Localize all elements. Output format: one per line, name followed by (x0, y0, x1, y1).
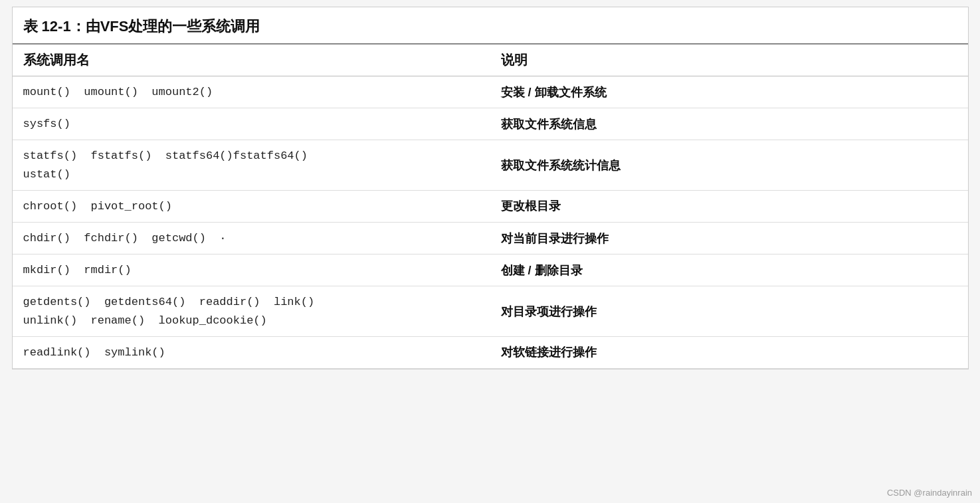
cell-left-chroot: chroot() pivot_root() (13, 191, 490, 223)
cell-left-mount: mount() umount() umount2() (13, 76, 490, 108)
cell-right-mkdir: 创建 / 删除目录 (490, 254, 968, 286)
cell-right-readlink: 对软链接进行操作 (490, 337, 968, 369)
cell-right-getdents: 对目录项进行操作 (490, 286, 968, 336)
table-title: 表 12-1：由VFS处理的一些系统调用 (13, 7, 968, 45)
cell-right-chroot: 更改根目录 (490, 191, 968, 223)
cell-left-readlink: readlink() symlink() (13, 337, 490, 369)
cell-right-mount: 安装 / 卸载文件系统 (490, 76, 968, 108)
cell-left-chdir: chdir() fchdir() getcwd() · (13, 223, 490, 254)
cell-right-statfs: 获取文件系统统计信息 (490, 140, 968, 190)
col-header-left: 系统调用名 (13, 45, 490, 76)
cell-right-sysfs: 获取文件系统信息 (490, 108, 968, 140)
cell-left-mkdir: mkdir() rmdir() (13, 254, 490, 286)
table-wrapper: 表 12-1：由VFS处理的一些系统调用 系统调用名 说明 mount() um… (12, 7, 969, 369)
table-grid: 系统调用名 说明 mount() umount() umount2() 安装 /… (13, 45, 968, 369)
cell-right-chdir: 对当前目录进行操作 (490, 223, 968, 254)
col-header-right: 说明 (490, 45, 968, 76)
watermark: CSDN @raindayinrain (887, 488, 972, 498)
cell-left-getdents: getdents() getdents64() readdir() link()… (13, 286, 490, 336)
cell-left-sysfs: sysfs() (13, 108, 490, 140)
page-container: 表 12-1：由VFS处理的一些系统调用 系统调用名 说明 mount() um… (0, 0, 980, 503)
cell-left-statfs: statfs() fstatfs() statfs64()fstatfs64()… (13, 140, 490, 190)
